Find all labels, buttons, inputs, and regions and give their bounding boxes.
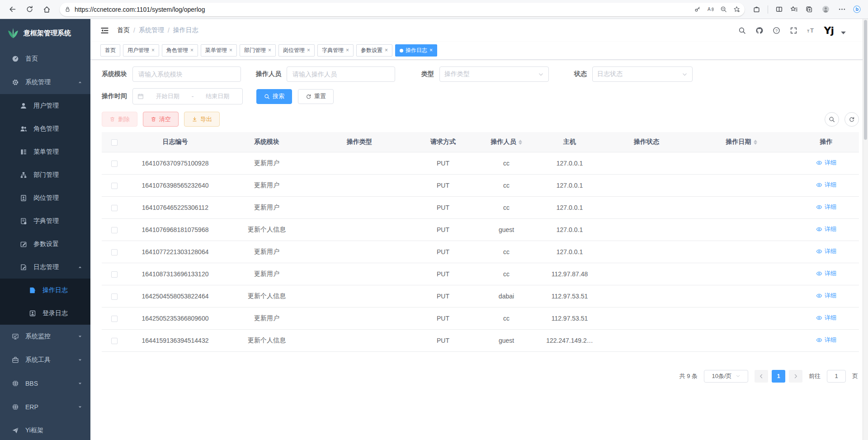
prev-page-button[interactable] — [755, 370, 768, 383]
sidebar-collapse-icon[interactable] — [100, 26, 109, 35]
row-checkbox[interactable] — [111, 249, 118, 255]
sort-caret-icon[interactable] — [754, 140, 757, 145]
table-search-toggle-button[interactable] — [825, 112, 839, 127]
select-all-checkbox[interactable] — [111, 139, 118, 146]
tab-close-icon[interactable]: × — [151, 45, 155, 56]
detail-link[interactable]: 详细 — [816, 203, 836, 211]
collections-icon[interactable] — [805, 5, 813, 13]
export-button[interactable]: 导出 — [184, 112, 220, 127]
zoom-out-icon[interactable] — [720, 6, 727, 13]
tab-角色管理[interactable]: 角色管理× — [162, 44, 198, 57]
user-dropdown-caret-icon[interactable] — [840, 29, 847, 37]
breadcrumb-item[interactable]: 系统管理 — [139, 26, 164, 34]
extensions-icon[interactable] — [753, 5, 760, 13]
tab-操作日志[interactable]: 操作日志× — [395, 44, 437, 57]
url-text[interactable]: https://ccnetcore.com:1101/system/log/op… — [75, 6, 690, 13]
row-checkbox[interactable] — [111, 183, 118, 189]
next-page-button[interactable] — [789, 370, 802, 383]
row-checkbox[interactable] — [111, 271, 118, 278]
row-checkbox[interactable] — [111, 338, 118, 344]
sidebar-item-yi[interactable]: Yi框架 — [0, 419, 90, 440]
help-icon[interactable]: ? — [773, 27, 780, 34]
sidebar-item-system[interactable]: 系统管理 — [0, 71, 90, 94]
breadcrumb-item[interactable]: 操作日志 — [173, 26, 198, 34]
font-size-icon[interactable]: TT — [807, 27, 815, 34]
tab-close-icon[interactable]: × — [190, 45, 193, 56]
operator-input[interactable] — [287, 66, 395, 82]
detail-link[interactable]: 详细 — [816, 314, 836, 322]
reset-button[interactable]: 重置 — [298, 89, 334, 104]
page-number-button[interactable]: 1 — [772, 370, 785, 383]
detail-link[interactable]: 详细 — [816, 247, 836, 255]
detail-link[interactable]: 详细 — [816, 270, 836, 278]
github-icon[interactable] — [755, 27, 763, 34]
favorites-icon[interactable] — [790, 5, 798, 13]
address-bar[interactable]: https://ccnetcore.com:1101/system/log/op… — [60, 3, 745, 16]
delete-button[interactable]: 删除 — [102, 112, 137, 127]
tab-字典管理[interactable]: 字典管理× — [317, 44, 354, 57]
window-scrollbar[interactable] — [863, 19, 868, 440]
row-checkbox[interactable] — [111, 293, 118, 300]
sidebar-item-role[interactable]: 角色管理 — [0, 117, 90, 140]
tab-菜单管理[interactable]: 菜单管理× — [201, 44, 237, 57]
tab-部门管理[interactable]: 部门管理× — [240, 44, 276, 57]
tab-close-icon[interactable]: × — [346, 45, 349, 56]
type-select[interactable]: 操作类型 — [439, 66, 549, 82]
split-screen-icon[interactable] — [775, 5, 783, 13]
more-icon[interactable] — [838, 5, 846, 13]
sidebar-item-tool[interactable]: 系统工具 — [0, 348, 90, 372]
password-key-icon[interactable] — [694, 6, 701, 13]
profile-avatar[interactable] — [820, 4, 831, 15]
search-button[interactable]: 搜索 — [256, 89, 292, 104]
goto-page-input[interactable] — [827, 370, 846, 383]
detail-link[interactable]: 详细 — [816, 336, 836, 344]
tab-close-icon[interactable]: × — [268, 45, 271, 56]
row-checkbox[interactable] — [111, 227, 118, 233]
detail-link[interactable]: 详细 — [816, 159, 836, 167]
back-icon[interactable] — [5, 3, 19, 16]
sidebar-item-monitor[interactable]: 系统监控 — [0, 325, 90, 348]
sidebar-item-config[interactable]: 参数设置 — [0, 232, 90, 255]
sidebar-item-post[interactable]: 岗位管理 — [0, 186, 90, 209]
detail-link[interactable]: 详细 — [816, 292, 836, 300]
detail-link[interactable]: 详细 — [816, 225, 836, 233]
tab-close-icon[interactable]: × — [229, 45, 232, 56]
detail-link[interactable]: 详细 — [816, 181, 836, 189]
refresh-icon[interactable] — [23, 3, 36, 16]
page-size-select[interactable]: 10条/页 — [704, 370, 748, 383]
favorite-add-icon[interactable] — [733, 6, 740, 13]
header-search-icon[interactable] — [738, 27, 746, 34]
home-icon[interactable] — [40, 3, 53, 16]
table-refresh-button[interactable] — [844, 112, 859, 127]
sidebar-item-user[interactable]: 用户管理 — [0, 94, 90, 117]
sidebar-item-bbs[interactable]: BBS — [0, 372, 90, 395]
sidebar-item-dict[interactable]: 字典管理 — [0, 209, 90, 232]
sidebar-item-menu[interactable]: 菜单管理 — [0, 140, 90, 163]
date-range-picker[interactable]: 开始日期 - 结束日期 — [132, 88, 243, 104]
copilot-icon[interactable]: b — [853, 5, 861, 13]
read-aloud-icon[interactable]: A — [707, 6, 714, 13]
tab-参数设置[interactable]: 参数设置× — [356, 44, 392, 57]
tab-岗位管理[interactable]: 岗位管理× — [278, 44, 315, 57]
sidebar-item-loginlog[interactable]: 登录日志 — [0, 302, 90, 325]
sidebar-item-home[interactable]: 首页 — [0, 47, 90, 71]
row-checkbox[interactable] — [111, 205, 118, 211]
tab-close-icon[interactable]: × — [385, 45, 388, 56]
scrollbar-thumb[interactable] — [864, 20, 867, 140]
status-select[interactable]: 日志状态 — [592, 66, 693, 82]
sidebar-item-operlog[interactable]: 操作日志 — [0, 279, 90, 302]
tab-close-icon[interactable]: × — [307, 45, 310, 56]
breadcrumb-item[interactable]: 首页 — [117, 26, 130, 34]
row-checkbox[interactable] — [111, 161, 118, 167]
sidebar-item-log[interactable]: 日志管理 — [0, 255, 90, 279]
module-input[interactable] — [132, 66, 241, 82]
sidebar-item-erp[interactable]: ERP — [0, 395, 90, 419]
clear-button[interactable]: 清空 — [143, 112, 179, 127]
sidebar-item-dept[interactable]: 部门管理 — [0, 163, 90, 186]
fullscreen-icon[interactable] — [790, 27, 797, 34]
app-logo[interactable]: 意框架管理系统 — [0, 19, 90, 47]
user-logo[interactable]: Yj — [824, 25, 834, 36]
tab-首页[interactable]: 首页 — [100, 44, 120, 57]
row-checkbox[interactable] — [111, 316, 118, 322]
sort-caret-icon[interactable] — [519, 140, 522, 145]
